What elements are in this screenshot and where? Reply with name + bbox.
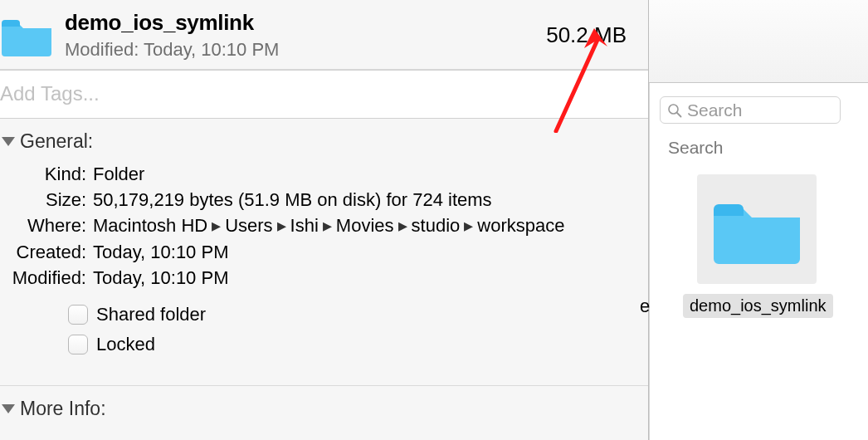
- info-header: demo_ios_symlink Modified: Today, 10:10 …: [0, 0, 648, 70]
- finder-window: Search Search e demo_ios_symlink: [649, 0, 868, 440]
- section-label: General:: [20, 130, 93, 153]
- size-label: Size:: [0, 187, 86, 213]
- info-modified: Modified: Today, 10:10 PM: [65, 39, 279, 61]
- breadcrumb-separator-icon: ▸: [398, 215, 407, 236]
- breadcrumb-separator-icon: ▸: [277, 215, 286, 236]
- breadcrumb-separator-icon: ▸: [323, 215, 332, 236]
- search-placeholder: Search: [687, 100, 743, 120]
- search-icon: [667, 103, 682, 118]
- checkbox-icon[interactable]: [68, 335, 88, 354]
- svg-line-3: [677, 113, 681, 117]
- shared-folder-label: Shared folder: [96, 304, 206, 325]
- breadcrumb-part: workspace: [477, 215, 564, 236]
- tags-input[interactable]: Add Tags...: [0, 70, 648, 119]
- breadcrumb-part: studio: [412, 215, 461, 236]
- disclosure-triangle-icon[interactable]: [2, 137, 15, 146]
- breadcrumb-part: Macintosh HD: [93, 215, 207, 236]
- folder-icon: [0, 13, 53, 58]
- folder-icon: [710, 191, 803, 267]
- kind-label: Kind:: [0, 161, 86, 187]
- disclosure-triangle-icon[interactable]: [2, 404, 15, 413]
- search-input[interactable]: Search: [660, 96, 841, 124]
- size-value: 50,179,219 bytes (51.9 MB on disk) for 7…: [93, 187, 648, 213]
- shared-folder-checkbox-row[interactable]: Shared folder: [68, 304, 648, 325]
- finder-toolbar: [649, 0, 868, 83]
- preview-item[interactable]: demo_ios_symlink: [683, 174, 831, 318]
- where-label: Where:: [0, 213, 86, 238]
- preview-thumbnail: [697, 174, 817, 284]
- info-size: 50.2 MB: [546, 22, 635, 48]
- svg-point-2: [669, 105, 678, 114]
- breadcrumb-separator-icon: ▸: [464, 215, 473, 236]
- modified-value: Today, 10:10 PM: [93, 265, 648, 291]
- column-label: Search: [668, 138, 724, 158]
- preview-item-label: demo_ios_symlink: [683, 294, 833, 318]
- prev-column-text: e: [640, 296, 650, 317]
- general-section: Kind: Folder Size: 50,179,219 bytes (51.…: [0, 161, 648, 370]
- section-label: More Info:: [20, 398, 106, 420]
- column-divider: [649, 83, 650, 440]
- breadcrumb-part: Movies: [336, 215, 394, 236]
- breadcrumb-part: Users: [225, 215, 272, 236]
- modified-label: Modified:: [0, 265, 86, 291]
- general-section-header[interactable]: General:: [0, 119, 648, 161]
- locked-label: Locked: [96, 334, 155, 355]
- where-value: Macintosh HD▸Users▸Ishi▸Movies▸studio▸wo…: [93, 213, 648, 238]
- breadcrumb-separator-icon: ▸: [212, 215, 221, 236]
- more-info-section-header[interactable]: More Info:: [0, 386, 648, 420]
- locked-checkbox-row[interactable]: Locked: [68, 334, 648, 355]
- info-title: demo_ios_symlink: [65, 10, 279, 36]
- created-label: Created:: [0, 239, 86, 265]
- breadcrumb-part: Ishi: [290, 215, 319, 236]
- created-value: Today, 10:10 PM: [93, 239, 648, 265]
- get-info-panel: demo_ios_symlink Modified: Today, 10:10 …: [0, 0, 649, 440]
- checkbox-icon[interactable]: [68, 305, 88, 325]
- kind-value: Folder: [93, 161, 648, 187]
